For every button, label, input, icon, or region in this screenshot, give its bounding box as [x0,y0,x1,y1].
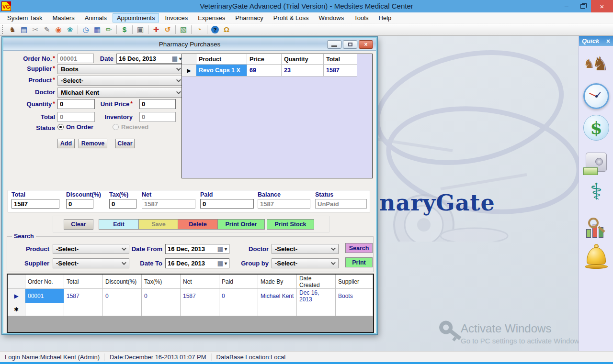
order-paid-cell[interactable]: 0 [219,289,258,303]
dialog-close-button[interactable]: × [359,40,373,49]
invoice-icon[interactable]: ✏ [103,25,114,34]
search-product-dropdown[interactable]: -Select- [53,244,129,254]
summary-discount-field[interactable] [66,199,93,209]
menu-windows[interactable]: Windows [314,13,348,22]
order-net-cell[interactable]: 1587 [181,289,219,303]
items-grid-row[interactable]: ▶ Revo Caps 1 X 69 23 1587 [182,65,372,77]
menu-pharmacy[interactable]: Pharmacy [231,13,268,22]
search-supplier-dropdown[interactable]: -Select- [53,258,129,268]
doctor-dropdown[interactable]: Michael Kent [57,88,184,98]
add-button[interactable]: Add [57,139,75,148]
summary-status-field[interactable] [315,199,367,209]
row-selector-icon[interactable]: ▶ [8,289,25,303]
print-stock-button[interactable]: Print Stock [267,219,314,230]
menu-help[interactable]: Help [375,13,396,22]
clear-button[interactable]: Clear [64,219,93,230]
item-product-cell[interactable]: Revo Caps 1 X [196,65,247,77]
items-col-quantity[interactable]: Quantity [282,54,324,65]
clear-items-button[interactable]: Clear [115,139,135,148]
summary-total-field[interactable] [11,199,59,209]
status-on-order-radio[interactable]: On Order [57,123,93,131]
summary-paid-field[interactable] [200,199,254,209]
quick-appointments-clock-icon[interactable] [583,82,610,110]
unit-price-field[interactable] [139,99,176,109]
menu-profit-loss[interactable]: Profit & Loss [269,13,313,22]
summary-balance-field[interactable] [258,199,310,209]
status-received-radio[interactable]: Recieved [113,123,148,131]
total-field[interactable] [57,112,95,122]
orders-col-order-no[interactable]: Order No. [25,275,64,289]
calendar-icon[interactable]: ▦ [92,25,102,34]
patients-book-icon[interactable]: ▤ [19,25,29,34]
safe-icon[interactable]: ▣ [135,25,146,34]
items-col-total[interactable]: Total [324,54,357,65]
order-made-by-cell[interactable]: Michael Kent [258,289,297,303]
medical-cross-icon[interactable]: ✚ [151,25,161,34]
orders-grid-new-row[interactable]: ✱ [8,303,373,316]
quick-payments-icon[interactable]: $ [583,113,610,142]
window-minimize-button[interactable]: – [558,0,575,12]
orders-col-total[interactable]: Total [64,275,103,289]
order-no-cell[interactable]: 00001 [25,289,64,303]
print-button[interactable]: Print [345,257,373,267]
grooming-icon[interactable]: ❀ [65,25,75,34]
save-button[interactable]: Save [138,219,179,230]
quick-panel-close-icon[interactable]: × [606,37,610,45]
order-date-picker[interactable]: 16 Dec, 2013 ▦ ▾ [116,54,184,64]
menu-animals[interactable]: Animals [80,13,111,22]
refresh-icon[interactable]: ↺ [162,25,173,34]
supplier-dropdown[interactable]: Boots [57,64,184,74]
summary-tax-field[interactable] [109,199,136,209]
date-to-picker[interactable]: 16 Dec, 2013 ▦ ▾ [165,258,229,268]
delete-button[interactable]: Delete [178,219,218,230]
dialog-minimize-button[interactable] [327,40,341,49]
row-selector-icon[interactable]: ▶ [182,65,196,77]
clock-icon[interactable]: ◷ [80,25,91,34]
menu-system-task[interactable]: System Task [3,13,46,22]
syringe-icon[interactable]: ✎ [42,25,52,34]
quick-reports-icon[interactable] [583,214,610,243]
order-no-field[interactable] [57,54,94,63]
orders-col-tax[interactable]: Tax(%) [142,275,181,289]
print-order-button[interactable]: Print Order [217,219,265,230]
dialog-titlebar[interactable]: Pharmacy Purchases × [3,38,376,51]
orders-col-supplier[interactable]: Supplier [336,275,373,289]
item-price-cell[interactable]: 69 [247,65,282,77]
search-button[interactable]: Search [345,243,373,253]
window-restore-button[interactable] [575,0,591,12]
item-quantity-cell[interactable]: 23 [282,65,324,77]
product-dropdown[interactable]: -Select- [57,76,184,86]
quick-reminder-bell-icon[interactable] [583,243,610,271]
date-from-picker[interactable]: 16 Dec, 2013 ▦ ▾ [165,244,229,254]
alarm-icon[interactable]: ◔ [194,25,204,34]
dialog-maximize-button[interactable] [343,40,357,49]
capsule-icon[interactable]: ◉ [53,25,64,34]
window-close-button[interactable]: × [591,0,613,12]
menu-tools[interactable]: Tools [350,13,373,22]
orders-col-made-by[interactable]: Made By [258,275,297,289]
group-by-dropdown[interactable]: -Select- [272,258,339,268]
order-supplier-cell[interactable]: Boots [336,289,373,303]
order-date-created-cell[interactable]: Dec 16, 2013 [297,289,336,303]
chart-icon[interactable]: ▧ [178,25,189,34]
summary-net-field[interactable] [142,199,195,209]
remove-button[interactable]: Remove [79,139,107,148]
orders-grid-row[interactable]: ▶ 00001 1587 0 0 1587 0 Michael Kent Dec… [8,289,373,303]
quick-pharmacy-icon[interactable]: ⚕ [583,177,610,206]
menu-invoices[interactable]: Invoices [160,13,192,22]
item-total-cell[interactable]: 1587 [324,65,357,77]
menu-appointments[interactable]: Appointments [113,13,159,22]
order-tax-cell[interactable]: 0 [142,289,181,303]
order-discount-cell[interactable]: 0 [103,289,142,303]
dollar-icon[interactable]: $ [119,25,130,34]
scissors-icon[interactable]: ✂ [30,25,41,34]
help-icon[interactable]: ? [211,26,219,33]
edit-button[interactable]: Edit [99,219,139,230]
menu-masters[interactable]: Masters [48,13,79,22]
quick-pets-icon[interactable]: ♞♞ [583,49,610,78]
orders-col-discount[interactable]: Discount(%) [103,275,142,289]
bell-icon[interactable]: Ω [221,25,232,34]
order-total-cell[interactable]: 1587 [64,289,103,303]
menu-expenses[interactable]: Expenses [193,13,229,22]
orders-col-date-created[interactable]: Date Created [297,275,336,289]
